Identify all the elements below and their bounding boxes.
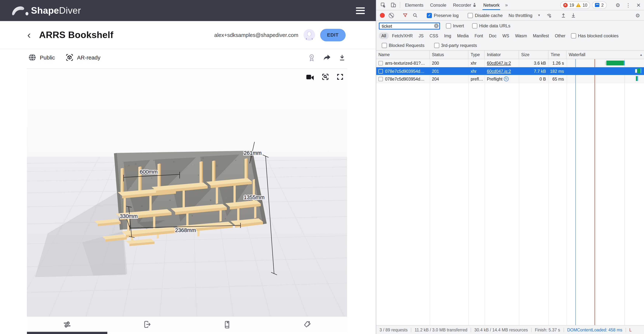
filter-chip-font[interactable]: Font <box>472 33 486 39</box>
tab-elements[interactable]: Elements <box>402 0 427 10</box>
dropdown-caret-icon: ▼ <box>538 14 540 17</box>
record-video-icon[interactable] <box>306 74 314 80</box>
app-header: ShapeDiver <box>0 0 376 21</box>
requests-count: 3 / 89 requests <box>376 327 411 332</box>
table-row-selected[interactable]: 078e7c5d903954d… 201 xhr 60cd047.js:2 7.… <box>376 67 644 75</box>
network-filter-row: ✕ Invert Hide data URLs <box>376 21 644 31</box>
dom-content-loaded-line <box>576 59 576 325</box>
tab-network[interactable]: Network <box>480 0 503 10</box>
filter-chip-ws[interactable]: WS <box>500 33 512 39</box>
export-har-icon[interactable] <box>569 13 578 18</box>
column-header-name[interactable]: Name <box>376 51 430 59</box>
kebab-menu-icon[interactable]: ⋮ <box>624 3 633 8</box>
search-icon[interactable] <box>410 13 420 18</box>
tab-parameters[interactable] <box>27 317 107 332</box>
filter-chip-all[interactable]: All <box>379 33 389 39</box>
device-toolbar-icon[interactable] <box>388 0 398 10</box>
column-header-type[interactable]: Type <box>468 51 485 59</box>
filter-chip-manifest[interactable]: Manifest <box>530 33 552 39</box>
model-meta-bar: Public AR-ready <box>0 49 376 66</box>
row-checkbox[interactable] <box>378 69 383 73</box>
load-event-line <box>594 59 595 325</box>
preserve-log-checkbox[interactable]: Preserve log <box>427 13 459 18</box>
filter-chip-fetchxhr[interactable]: Fetch/XHR <box>390 33 416 39</box>
globe-icon <box>28 53 36 62</box>
tab-library[interactable] <box>187 317 267 332</box>
avatar-person-icon <box>304 29 315 41</box>
inspect-element-icon[interactable] <box>378 0 388 10</box>
checkbox-unchecked[interactable] <box>468 13 473 18</box>
tab-export[interactable] <box>107 317 187 332</box>
share-icon[interactable] <box>323 54 331 61</box>
filter-chip-wasm[interactable]: Wasm <box>512 33 530 39</box>
settings-gear-icon[interactable]: ⚙ <box>614 3 622 8</box>
filter-chip-css[interactable]: CSS <box>427 33 441 39</box>
network-filter-input[interactable] <box>379 23 440 30</box>
dom-content-loaded-time: DOMContentLoaded: 458 ms <box>564 327 626 332</box>
errors-warnings-badge[interactable]: 19 10 <box>560 1 590 9</box>
close-devtools-icon[interactable]: ✕ <box>634 3 642 8</box>
invert-checkbox[interactable]: Invert <box>446 23 464 29</box>
tab-tags[interactable] <box>267 317 347 332</box>
table-row[interactable]: 078e7c5d903954d… 204 prefl… Preflight↻ 0… <box>376 75 644 83</box>
column-header-initiator[interactable]: Initiator <box>485 51 519 59</box>
column-header-size[interactable]: Size <box>519 51 548 59</box>
transferred-size: 11.2 kB / 3.0 MB transferred <box>411 327 471 332</box>
more-tabs-icon[interactable]: » <box>503 0 510 10</box>
record-network-icon[interactable] <box>380 13 385 18</box>
dim-depth: 330mm <box>120 213 138 219</box>
clear-network-icon[interactable] <box>389 13 394 18</box>
filter-funnel-icon[interactable] <box>400 13 410 18</box>
column-header-waterfall[interactable]: Waterfall ▲ <box>566 51 644 59</box>
network-conditions-icon[interactable] <box>544 12 554 19</box>
blocked-requests-checkbox[interactable]: Blocked Requests <box>382 43 424 48</box>
row-checkbox[interactable] <box>378 61 383 65</box>
download-icon[interactable] <box>338 53 346 62</box>
column-header-status[interactable]: Status <box>430 51 468 59</box>
viewer-canvas[interactable]: 600mm 261mm 1355mm 330mm 2368mm <box>27 68 347 317</box>
devtools-panel: Elements Console Recorder Network » 19 1… <box>376 0 644 334</box>
visibility-label: Public <box>40 54 55 61</box>
filter-chip-js[interactable]: JS <box>416 33 426 39</box>
hide-data-urls-checkbox[interactable]: Hide data URLs <box>472 23 510 29</box>
tab-console[interactable]: Console <box>427 0 450 10</box>
has-blocked-cookies-checkbox[interactable]: Has blocked cookies <box>571 33 618 38</box>
row-checkbox[interactable] <box>378 77 383 81</box>
filter-chip-img[interactable]: Img <box>442 33 454 39</box>
filter-chip-other[interactable]: Other <box>552 33 568 39</box>
issues-count: 2 <box>602 3 604 7</box>
export-icon <box>142 320 152 329</box>
dim-shelf-width: 600mm <box>140 169 158 175</box>
clear-filter-icon[interactable]: ✕ <box>434 24 438 28</box>
avatar[interactable] <box>304 29 315 41</box>
filter-chip-media[interactable]: Media <box>454 33 472 39</box>
initiator-link[interactable]: 60cd047.js:2 <box>487 69 511 73</box>
initiator-link[interactable]: 60cd047.js:2 <box>487 61 511 65</box>
table-row[interactable]: arrs-texturized-81?… 200 xhr 60cd047.js:… <box>376 59 644 67</box>
certificate-badge-icon[interactable] <box>308 53 316 62</box>
tag-icon <box>303 320 312 329</box>
throttling-dropdown[interactable]: No throttling ▼ <box>509 13 540 18</box>
issues-icon <box>595 3 600 7</box>
column-header-time[interactable]: Time <box>548 51 566 59</box>
fullscreen-icon[interactable] <box>336 73 344 81</box>
edit-button[interactable]: EDIT <box>320 29 346 41</box>
import-har-icon[interactable] <box>559 13 568 18</box>
filter-chip-doc[interactable]: Doc <box>486 33 499 39</box>
disable-cache-checkbox[interactable]: Disable cache <box>468 13 503 18</box>
back-button[interactable]: ‹ <box>27 30 36 40</box>
issues-badge[interactable]: 2 <box>592 1 607 9</box>
third-party-requests-checkbox[interactable]: 3rd-party requests <box>434 43 477 48</box>
model-title-bar: ‹ ARRS Bookshelf alex+sdksamples@shapedi… <box>0 21 376 49</box>
zoom-extents-icon[interactable] <box>321 73 330 81</box>
viewer-bottom-toolbar <box>27 317 347 332</box>
shapediver-logo[interactable]: ShapeDiver <box>11 4 81 17</box>
menu-hamburger-icon[interactable] <box>356 7 365 14</box>
book-icon <box>222 320 232 329</box>
tab-recorder[interactable]: Recorder <box>450 0 480 10</box>
network-settings-gear-icon[interactable]: ⚙ <box>634 13 642 18</box>
error-icon <box>563 3 568 7</box>
ar-cube-icon <box>65 53 74 62</box>
ar-ready-label: AR-ready <box>77 54 100 61</box>
checkbox-checked[interactable] <box>427 13 432 18</box>
